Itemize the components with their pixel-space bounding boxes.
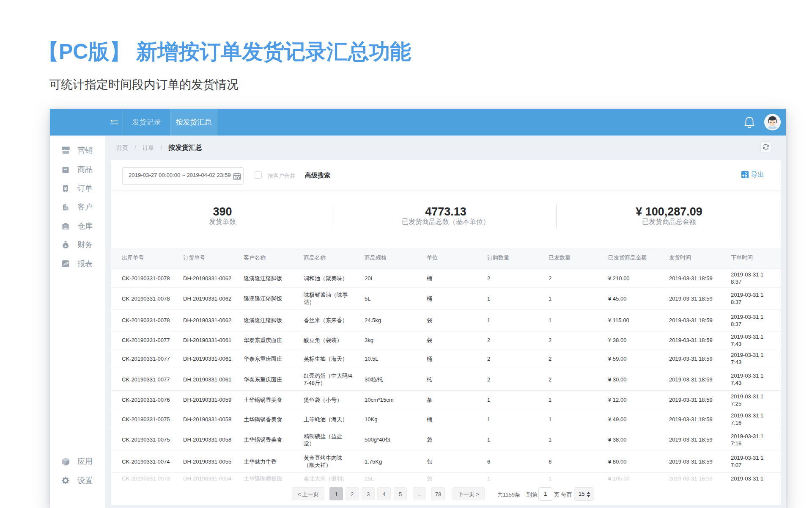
svg-text:¥: ¥ xyxy=(64,243,67,248)
